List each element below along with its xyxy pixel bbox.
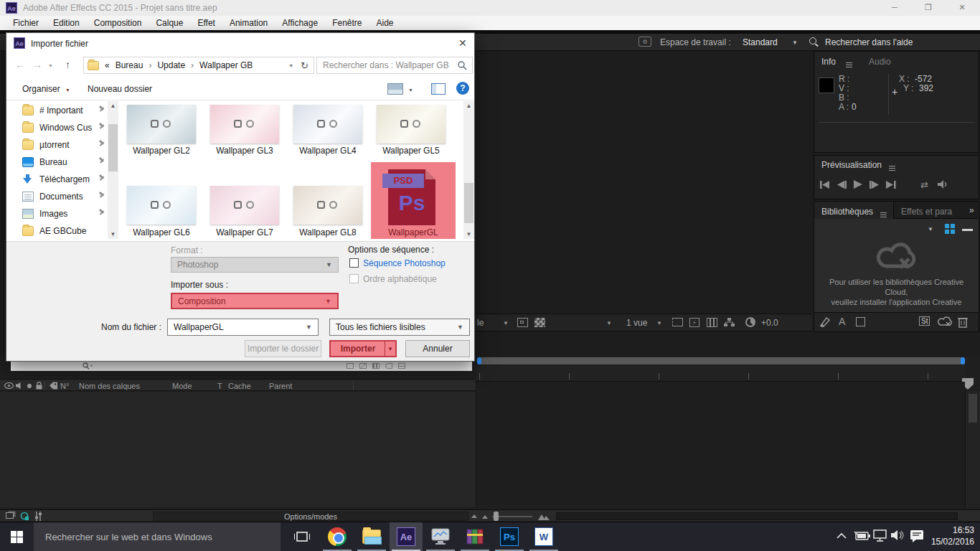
play-button[interactable]: [854, 180, 862, 189]
task-view-button[interactable]: [286, 522, 319, 551]
options-modes-toggle[interactable]: Options/modes: [153, 512, 468, 521]
first-frame-button[interactable]: [820, 181, 830, 189]
file-tile-gl8[interactable]: Wallpaper GL8: [288, 186, 368, 239]
graph-editor-icon[interactable]: [398, 363, 405, 369]
sidebar-item-images[interactable]: Images: [22, 206, 107, 222]
taskbar-chrome-icon[interactable]: [321, 522, 354, 551]
column-number[interactable]: N°: [60, 382, 69, 390]
timeline-hscrollbar[interactable]: [556, 512, 958, 520]
timeline-graph-icon[interactable]: [707, 318, 717, 327]
organiser-button[interactable]: Organiser: [22, 84, 60, 94]
view-mode-icon[interactable]: [387, 83, 403, 95]
minimize-button[interactable]: ─: [884, 3, 905, 11]
clock-time[interactable]: 16:53: [930, 525, 974, 535]
maximize-button[interactable]: ❐: [918, 3, 939, 12]
timeline-vscrollbar[interactable]: [965, 391, 980, 507]
cancel-button[interactable]: Annuler: [405, 340, 470, 357]
tab-bibliotheques[interactable]: Bibliothèques: [821, 207, 873, 217]
taskbar-search-input[interactable]: Rechercher sur le web et dans Windows: [34, 522, 281, 551]
dialog-search-box[interactable]: Rechercher dans : Wallpaper GB: [316, 57, 473, 74]
menu-fichier[interactable]: Fichier: [6, 16, 46, 30]
zoom-slider-handle[interactable]: [494, 512, 499, 521]
tray-chevron-icon[interactable]: [837, 532, 847, 539]
column-matte[interactable]: Cache: [228, 382, 251, 390]
flowchart-icon[interactable]: [724, 318, 735, 327]
region-of-interest-icon[interactable]: [517, 318, 528, 327]
sidebar-item-important[interactable]: # Important: [22, 103, 107, 118]
nav-back-button[interactable]: ←: [15, 59, 25, 70]
search-icon[interactable]: [83, 362, 93, 370]
timeline-layer-area[interactable]: [0, 392, 476, 507]
layer-style-icon[interactable]: [856, 317, 865, 326]
file-tile-wallpapergl-selected[interactable]: PSD Ps WallpaperGL: [371, 162, 456, 239]
workspace-select[interactable]: Standard: [743, 37, 778, 47]
menu-edition[interactable]: Edition: [46, 16, 87, 30]
taskbar-word-icon[interactable]: W: [527, 522, 560, 551]
stock-icon[interactable]: St: [919, 316, 930, 326]
volume-icon[interactable]: [891, 529, 905, 541]
chevron-down-icon[interactable]: ▼: [503, 320, 509, 326]
motion-blur-icon[interactable]: [385, 363, 392, 369]
label-icon[interactable]: [49, 382, 58, 390]
preview-pane-icon[interactable]: [431, 83, 446, 95]
column-t[interactable]: T: [217, 382, 222, 390]
clock-date[interactable]: 15/02/2016: [925, 537, 974, 547]
cc-sync-icon[interactable]: [938, 316, 952, 328]
resolution-select[interactable]: le: [477, 318, 484, 328]
menu-calque[interactable]: Calque: [149, 16, 190, 30]
scroll-up-icon[interactable]: ▲: [108, 103, 118, 109]
start-button[interactable]: [0, 522, 33, 551]
filename-input[interactable]: WallpaperGL▼: [167, 319, 319, 336]
color-workflow-icon[interactable]: [20, 512, 29, 521]
scrollbar-thumb[interactable]: [969, 394, 977, 423]
taskbar-photoshop-icon[interactable]: Ps: [493, 522, 526, 551]
scrollbar-thumb[interactable]: [108, 124, 118, 171]
panel-menu-icon[interactable]: [889, 166, 895, 171]
zoom-in-icon[interactable]: [538, 512, 550, 520]
eye-icon[interactable]: [4, 382, 14, 389]
lock-icon[interactable]: [36, 382, 42, 390]
breadcrumb-bureau[interactable]: Bureau: [116, 60, 143, 70]
menu-composition[interactable]: Composition: [87, 16, 149, 30]
sequence-photoshop-checkbox[interactable]: [349, 258, 359, 268]
breadcrumb[interactable]: « Bureau › Update › Wallpaper GB ▼ ↻: [83, 57, 314, 74]
chevron-down-icon[interactable]: ▼: [606, 320, 612, 326]
sidebar-scrollbar[interactable]: ▲ ▼: [108, 101, 118, 239]
view-layout-select[interactable]: 1 vue: [626, 318, 647, 328]
file-tile-gl4[interactable]: Wallpaper GL4: [288, 105, 368, 154]
adjust-icon[interactable]: [34, 512, 42, 521]
workspace-icon[interactable]: ⚙: [639, 37, 651, 47]
breadcrumb-update[interactable]: Update: [157, 60, 185, 70]
time-ruler[interactable]: [476, 366, 965, 382]
chevron-down-icon[interactable]: ▼: [792, 39, 798, 46]
scroll-down-icon[interactable]: ▼: [108, 231, 118, 237]
sidebar-item-ae-gbcube[interactable]: AE GBCube: [22, 223, 107, 239]
zoom-out-icon[interactable]: [482, 515, 488, 519]
loop-icon[interactable]: ⇄: [920, 179, 928, 190]
exposure-icon[interactable]: [745, 317, 755, 327]
help-search-input[interactable]: Rechercher dans l'aide: [825, 37, 913, 47]
frame-blend-icon[interactable]: [372, 363, 380, 369]
chevron-down-icon[interactable]: ▼: [928, 226, 933, 232]
audio-mute-icon[interactable]: [938, 180, 948, 189]
scroll-down-icon[interactable]: ▼: [463, 231, 474, 237]
taskbar-explorer-icon[interactable]: [355, 522, 388, 551]
sidebar-item-windows-cus[interactable]: Windows Cus: [22, 120, 107, 136]
fast-preview-icon[interactable]: ⚡: [689, 318, 699, 327]
notification-icon[interactable]: [910, 529, 924, 542]
panel-menu-icon[interactable]: [846, 62, 852, 67]
brush-icon[interactable]: [820, 316, 831, 327]
tab-audio[interactable]: Audio: [869, 57, 891, 67]
nav-forward-button[interactable]: →: [32, 59, 42, 70]
column-mode[interactable]: Mode: [172, 382, 192, 390]
taskbar-after-effects-icon[interactable]: Ae: [390, 522, 423, 551]
text-style-icon[interactable]: A: [839, 316, 845, 327]
file-tile-gl3[interactable]: Wallpaper GL3: [204, 105, 285, 154]
sidebar-item-utorrent[interactable]: µtorrent: [22, 137, 107, 153]
menu-affichage[interactable]: Affichage: [275, 16, 325, 30]
tab-effets[interactable]: Effets et para: [893, 202, 978, 219]
composition-mini-icon[interactable]: [6, 512, 14, 519]
new-folder-button[interactable]: Nouveau dossier: [88, 84, 152, 94]
panel-menu-icon[interactable]: [880, 212, 887, 217]
grid-view-icon[interactable]: [945, 224, 955, 234]
